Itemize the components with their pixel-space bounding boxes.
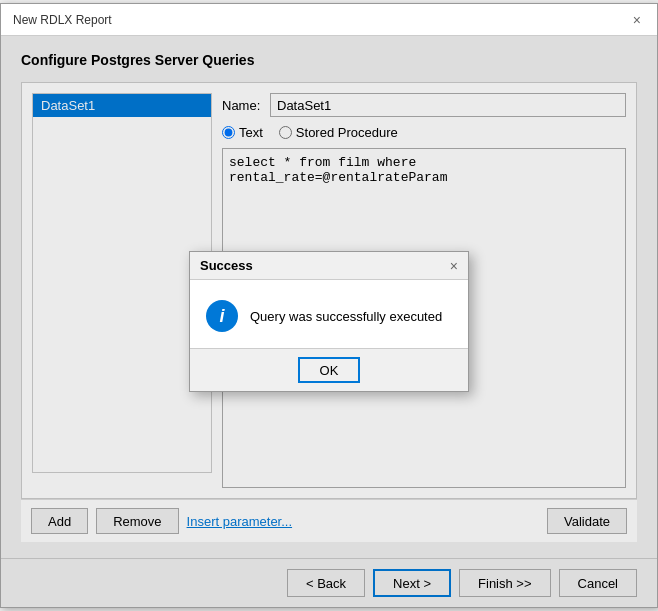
name-input[interactable] — [270, 93, 626, 117]
dialog-footer: OK — [190, 348, 468, 391]
add-button[interactable]: Add — [31, 508, 88, 534]
text-radio-label: Text — [239, 125, 263, 140]
dialog-title: Success — [200, 258, 253, 273]
dataset-panel: DataSet1 — [32, 93, 212, 488]
dialog-body: i Query was successfully executed — [190, 280, 468, 348]
bottom-buttons: Add Remove Insert parameter... Validate — [21, 499, 637, 542]
window-close-button[interactable]: × — [629, 12, 645, 28]
back-button[interactable]: < Back — [287, 569, 365, 597]
finish-button[interactable]: Finish >> — [459, 569, 550, 597]
success-dialog-wrapper: Success × i Query was successfully execu… — [189, 251, 469, 392]
validate-button[interactable]: Validate — [547, 508, 627, 534]
stored-procedure-radio-option[interactable]: Stored Procedure — [279, 125, 398, 140]
next-button[interactable]: Next > — [373, 569, 451, 597]
success-dialog: Success × i Query was successfully execu… — [189, 251, 469, 392]
insert-parameter-button[interactable]: Insert parameter... — [187, 514, 293, 529]
stored-procedure-radio-label: Stored Procedure — [296, 125, 398, 140]
name-label: Name: — [222, 98, 262, 113]
title-bar: New RDLX Report × — [1, 4, 657, 36]
ok-button[interactable]: OK — [298, 357, 361, 383]
dataset-item[interactable]: DataSet1 — [33, 94, 211, 117]
dialog-close-button[interactable]: × — [450, 259, 458, 273]
main-window: New RDLX Report × Configure Postgres Ser… — [0, 3, 658, 608]
text-radio-option[interactable]: Text — [222, 125, 263, 140]
remove-button[interactable]: Remove — [96, 508, 178, 534]
text-radio[interactable] — [222, 126, 235, 139]
window-body: Configure Postgres Server Queries DataSe… — [1, 36, 657, 607]
dialog-message: Query was successfully executed — [250, 309, 442, 324]
radio-row: Text Stored Procedure — [222, 125, 626, 140]
page-title: Configure Postgres Server Queries — [21, 52, 637, 68]
dataset-list[interactable]: DataSet1 — [32, 93, 212, 473]
info-icon: i — [206, 300, 238, 332]
stored-procedure-radio[interactable] — [279, 126, 292, 139]
dialog-title-bar: Success × — [190, 252, 468, 280]
name-row: Name: — [222, 93, 626, 117]
window-title: New RDLX Report — [13, 13, 112, 27]
cancel-button[interactable]: Cancel — [559, 569, 637, 597]
footer-bar: < Back Next > Finish >> Cancel — [1, 558, 657, 607]
